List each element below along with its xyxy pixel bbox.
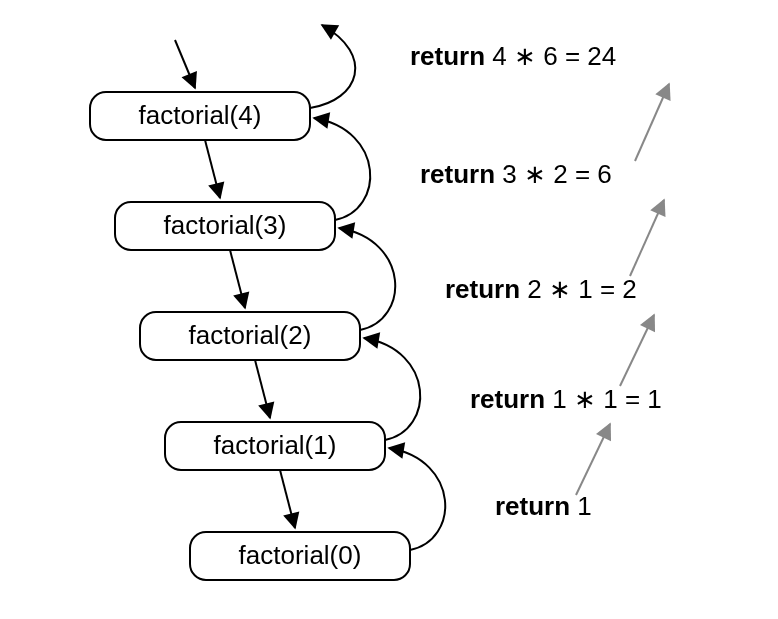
call-arrow-3-2 — [230, 250, 245, 308]
label-f2: factorial(2) — [189, 320, 312, 350]
return-label-4: return 4 ∗ 6 = 24 — [410, 41, 616, 71]
label-f1: factorial(1) — [214, 430, 337, 460]
label-f3: factorial(3) — [164, 210, 287, 240]
call-arrow-2-1 — [255, 360, 270, 418]
return-label-3: return 3 ∗ 2 = 6 — [420, 159, 612, 189]
return-label-2: return 2 ∗ 1 = 2 — [445, 274, 637, 304]
label-f4: factorial(4) — [139, 100, 262, 130]
label-f0: factorial(0) — [239, 540, 362, 570]
entry-arrow — [175, 40, 195, 88]
flow-arrow-0-1 — [576, 424, 610, 495]
flow-arrow-1-2 — [620, 315, 654, 386]
flow-arrow-3-4 — [635, 84, 669, 161]
call-arrow-1-0 — [280, 470, 295, 528]
return-label-0: return 1 — [495, 491, 592, 521]
flow-arrow-2-3 — [630, 200, 664, 276]
call-arrow-4-3 — [205, 140, 220, 198]
return-label-1: return 1 ∗ 1 = 1 — [470, 384, 662, 414]
return-curve-4-out — [310, 25, 355, 108]
